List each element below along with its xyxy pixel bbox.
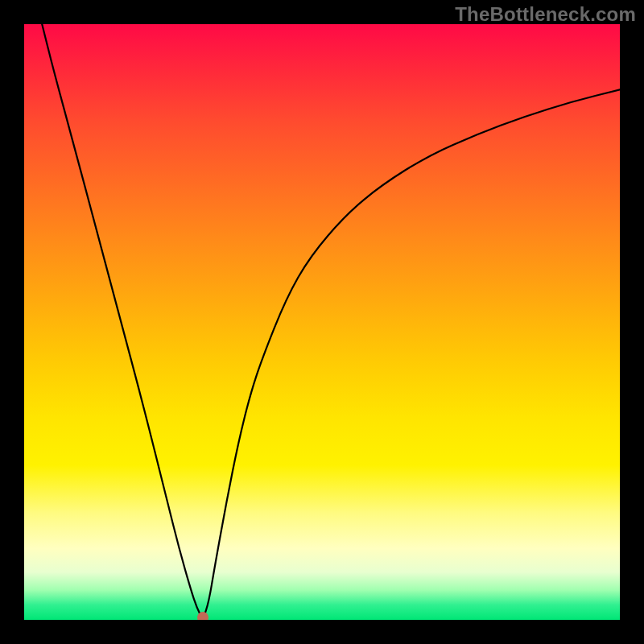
watermark: TheBottleneck.com	[455, 3, 636, 26]
chart-frame: TheBottleneck.com	[0, 0, 644, 644]
curve-svg	[24, 24, 620, 620]
curve	[42, 24, 620, 617]
plot-area	[24, 24, 620, 620]
